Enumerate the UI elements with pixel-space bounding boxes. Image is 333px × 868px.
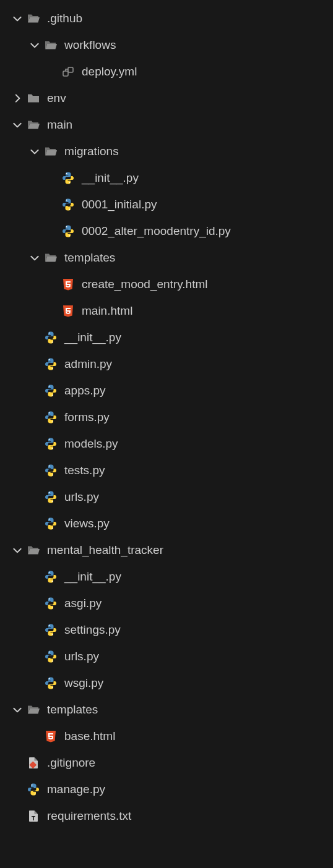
tree-row[interactable]: views.py	[0, 510, 333, 537]
tree-item-label: urls.py	[64, 650, 99, 663]
tree-item-label: __init__.py	[82, 171, 139, 185]
tree-row[interactable]: __init__.py	[0, 563, 333, 590]
tree-row[interactable]: asgi.py	[0, 590, 333, 616]
tree-row[interactable]: create_mood_entry.html	[0, 271, 333, 297]
tree-row[interactable]: settings.py	[0, 616, 333, 643]
chevron-right-icon[interactable]	[9, 93, 26, 104]
tree-row[interactable]: requirements.txt	[0, 802, 333, 829]
tree-row[interactable]: .gitignore	[0, 749, 333, 776]
tree-row[interactable]: base.html	[0, 723, 333, 749]
tree-row[interactable]: 0002_alter_moodentry_id.py	[0, 218, 333, 244]
tree-item-label: __init__.py	[64, 570, 121, 584]
tree-item-label: manage.py	[47, 783, 105, 796]
tree-item-label: views.py	[64, 517, 110, 530]
tree-item-label: templates	[64, 251, 115, 265]
tree-item-label: models.py	[64, 437, 118, 451]
folder-open-icon	[43, 250, 58, 265]
python-file-icon	[61, 171, 76, 185]
python-file-icon	[43, 516, 58, 531]
tree-item-label: admin.py	[64, 357, 112, 371]
folder-open-icon	[26, 11, 41, 26]
tree-row[interactable]: mental_health_tracker	[0, 537, 333, 563]
tree-row[interactable]: templates	[0, 244, 333, 271]
tree-item-label: mental_health_tracker	[47, 543, 163, 557]
tree-item-label: deploy.yml	[82, 65, 137, 79]
text-file-icon	[26, 809, 41, 823]
python-file-icon	[43, 569, 58, 584]
tree-row[interactable]: deploy.yml	[0, 58, 333, 85]
html-file-icon	[43, 729, 58, 744]
tree-item-label: 0002_alter_moodentry_id.py	[82, 224, 231, 238]
tree-item-label: templates	[47, 703, 98, 717]
tree-row[interactable]: main	[0, 111, 333, 138]
tree-item-label: main	[47, 118, 72, 132]
tree-row[interactable]: 0001_initial.py	[0, 191, 333, 218]
folder-open-icon	[26, 543, 41, 558]
python-file-icon	[61, 224, 76, 239]
tree-item-label: .github	[47, 12, 82, 25]
chevron-down-icon[interactable]	[9, 545, 26, 556]
folder-open-icon	[26, 117, 41, 132]
git-file-icon	[26, 755, 41, 770]
tree-row[interactable]: apps.py	[0, 377, 333, 404]
chevron-down-icon[interactable]	[9, 13, 26, 24]
tree-row[interactable]: models.py	[0, 430, 333, 457]
tree-item-label: settings.py	[64, 623, 121, 637]
python-file-icon	[43, 410, 58, 425]
python-file-icon	[43, 436, 58, 451]
python-file-icon	[26, 782, 41, 797]
tree-row[interactable]: admin.py	[0, 351, 333, 377]
python-file-icon	[43, 676, 58, 691]
tree-row[interactable]: manage.py	[0, 776, 333, 802]
tree-row[interactable]: __init__.py	[0, 324, 333, 351]
tree-row[interactable]: forms.py	[0, 404, 333, 430]
tree-item-label: apps.py	[64, 384, 106, 398]
tree-row[interactable]: urls.py	[0, 483, 333, 510]
tree-item-label: .gitignore	[47, 756, 95, 770]
tree-item-label: main.html	[82, 304, 132, 318]
tree-item-label: forms.py	[64, 411, 110, 424]
tree-item-label: wsgi.py	[64, 676, 103, 690]
tree-item-label: asgi.py	[64, 597, 102, 610]
python-file-icon	[43, 330, 58, 345]
folder-open-icon	[43, 144, 58, 159]
folder-open-icon	[26, 702, 41, 717]
tree-row[interactable]: __init__.py	[0, 164, 333, 191]
tree-item-label: create_mood_entry.html	[82, 278, 207, 291]
tree-item-label: __init__.py	[64, 331, 121, 344]
tree-item-label: 0001_initial.py	[82, 198, 157, 211]
folder-open-icon	[43, 38, 58, 53]
tree-row[interactable]: wsgi.py	[0, 670, 333, 696]
file-explorer-tree: .githubworkflowsdeploy.ymlenvmainmigrati…	[0, 5, 333, 829]
tree-row[interactable]: tests.py	[0, 457, 333, 483]
tree-item-label: requirements.txt	[47, 809, 131, 823]
tree-item-label: base.html	[64, 730, 115, 743]
tree-item-label: migrations	[64, 145, 119, 158]
tree-item-label: env	[47, 91, 66, 105]
html-file-icon	[61, 277, 76, 292]
python-file-icon	[61, 197, 76, 212]
tree-row[interactable]: .github	[0, 5, 333, 32]
python-file-icon	[43, 623, 58, 637]
html-file-icon	[61, 304, 76, 318]
python-file-icon	[43, 596, 58, 611]
chevron-down-icon[interactable]	[26, 40, 43, 51]
tree-row[interactable]: urls.py	[0, 643, 333, 670]
python-file-icon	[43, 463, 58, 478]
tree-row[interactable]: main.html	[0, 297, 333, 324]
chevron-down-icon[interactable]	[9, 119, 26, 130]
chevron-down-icon[interactable]	[26, 252, 43, 263]
tree-item-label: tests.py	[64, 464, 105, 477]
tree-row[interactable]: templates	[0, 696, 333, 723]
chevron-down-icon[interactable]	[9, 704, 26, 715]
tree-item-label: urls.py	[64, 490, 99, 504]
folder-icon	[26, 91, 41, 106]
python-file-icon	[43, 649, 58, 664]
chevron-down-icon[interactable]	[26, 146, 43, 157]
tree-row[interactable]: migrations	[0, 138, 333, 164]
tree-row[interactable]: env	[0, 85, 333, 111]
python-file-icon	[43, 383, 58, 398]
yaml-file-icon	[61, 64, 76, 79]
tree-row[interactable]: workflows	[0, 32, 333, 58]
python-file-icon	[43, 490, 58, 504]
